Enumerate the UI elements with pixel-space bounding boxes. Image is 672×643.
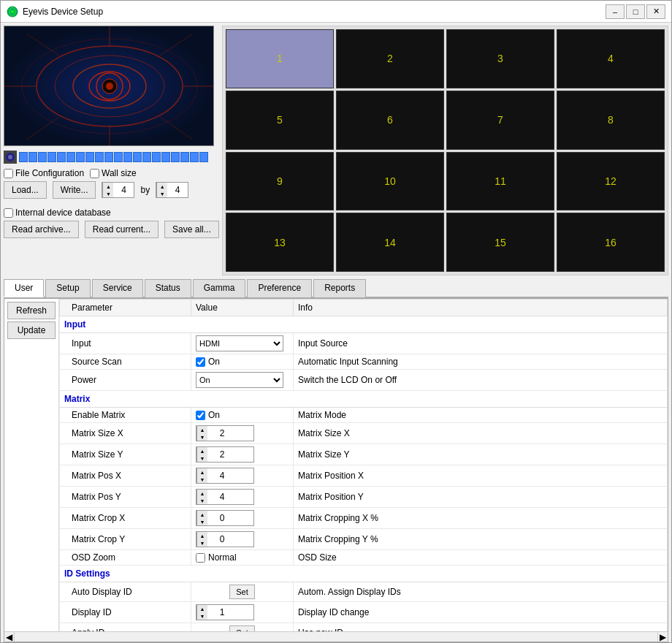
input-source-select[interactable]: HDMI VGA DVI DP <box>196 335 283 351</box>
tab-status[interactable]: Status <box>145 279 191 297</box>
grid-cell-10[interactable]: 10 <box>336 152 444 211</box>
osd-zoom-checkbox[interactable] <box>196 553 205 563</box>
rows-down-btn[interactable]: ▼ <box>157 190 167 197</box>
table-row: Matrix Crop X ▲ ▼ Matrix <box>60 508 668 529</box>
enable-matrix-checkbox[interactable] <box>196 411 205 420</box>
value-enable-matrix[interactable]: On <box>191 408 294 423</box>
rows-up-btn[interactable]: ▲ <box>157 183 167 190</box>
grid-cell-11[interactable]: 11 <box>446 152 554 211</box>
close-button[interactable]: ✕ <box>646 4 665 19</box>
value-display-id[interactable]: ▲ ▼ <box>191 602 294 623</box>
matrix-crop-x-input[interactable] <box>207 511 237 525</box>
tab-service[interactable]: Service <box>92 279 143 297</box>
apply-id-set-btn[interactable]: Set <box>229 625 255 631</box>
matrix-pos-y-input[interactable] <box>207 490 237 504</box>
matrix-pos-y-up[interactable]: ▲ <box>197 490 207 497</box>
value-source-scan[interactable]: On <box>191 354 294 370</box>
matrix-size-y-input[interactable] <box>207 447 237 462</box>
matrix-crop-y-up[interactable]: ▲ <box>197 532 207 539</box>
value-matrix-pos-y[interactable]: ▲ ▼ <box>191 487 294 508</box>
grid-cell-9[interactable]: 9 <box>226 152 334 211</box>
grid-cell-8[interactable]: 8 <box>557 91 665 150</box>
rows-spinner[interactable]: ▲ ▼ <box>156 182 188 198</box>
value-matrix-pos-x[interactable]: ▲ ▼ <box>191 465 294 487</box>
table-row: Input HDMI VGA DVI DP <box>60 333 668 354</box>
matrix-pos-y-down[interactable]: ▼ <box>197 497 207 504</box>
grid-cell-15[interactable]: 15 <box>446 213 554 272</box>
load-button[interactable]: Load... <box>4 181 47 199</box>
auto-display-id-set-btn[interactable]: Set <box>229 585 255 599</box>
write-button[interactable]: Write... <box>53 181 96 199</box>
maximize-button[interactable]: □ <box>626 4 645 19</box>
db-checkbox[interactable] <box>4 208 13 218</box>
file-config-checkbox-label[interactable]: File Configuration <box>4 168 84 178</box>
value-matrix-crop-y[interactable]: ▲ ▼ <box>191 529 294 550</box>
cols-up-btn[interactable]: ▲ <box>103 183 113 190</box>
matrix-size-y-down[interactable]: ▼ <box>197 454 207 462</box>
display-id-input[interactable] <box>207 605 237 620</box>
grid-cell-1[interactable]: 1 <box>226 29 334 88</box>
info-display-id: Display ID change <box>294 602 668 623</box>
value-input[interactable]: HDMI VGA DVI DP <box>191 333 294 354</box>
rows-input[interactable] <box>167 183 188 197</box>
h-scroll-left[interactable]: ◀ <box>4 632 15 642</box>
display-id-up[interactable]: ▲ <box>197 605 207 612</box>
save-all-button[interactable]: Save all... <box>164 221 219 238</box>
read-archive-button[interactable]: Read archive... <box>4 221 79 238</box>
value-apply-id[interactable]: Set <box>191 623 294 632</box>
matrix-crop-y-down[interactable]: ▼ <box>197 539 207 547</box>
matrix-size-y-up[interactable]: ▲ <box>197 447 207 454</box>
cols-input[interactable] <box>113 183 134 197</box>
value-osd-zoom[interactable]: Normal <box>191 550 294 566</box>
matrix-size-x-input[interactable] <box>207 426 237 441</box>
horizontal-scrollbar[interactable]: ◀ ▶ <box>4 631 668 642</box>
tab-reports[interactable]: Reports <box>313 279 366 297</box>
cols-down-btn[interactable]: ▼ <box>103 190 113 197</box>
grid-cell-12[interactable]: 12 <box>557 152 665 211</box>
matrix-crop-x-down[interactable]: ▼ <box>197 518 207 525</box>
grid-cell-3[interactable]: 3 <box>446 29 554 88</box>
grid-cell-6[interactable]: 6 <box>336 91 444 150</box>
table-area[interactable]: Parameter Value Info Input Input <box>59 299 668 631</box>
grid-cell-2[interactable]: 2 <box>336 29 444 88</box>
wall-size-checkbox[interactable] <box>90 169 99 178</box>
grid-cell-16[interactable]: 16 <box>557 213 665 272</box>
tab-setup[interactable]: Setup <box>45 279 90 297</box>
matrix-pos-x-up[interactable]: ▲ <box>197 468 207 476</box>
matrix-size-x-up[interactable]: ▲ <box>197 426 207 433</box>
progress-seg <box>152 152 161 162</box>
h-scroll-right[interactable]: ▶ <box>657 632 668 642</box>
source-scan-checkbox[interactable] <box>196 357 205 367</box>
matrix-crop-x-up[interactable]: ▲ <box>197 511 207 518</box>
tab-gamma[interactable]: Gamma <box>193 279 246 297</box>
tab-user[interactable]: User <box>4 279 44 297</box>
display-id-down[interactable]: ▼ <box>197 612 207 620</box>
tab-preference[interactable]: Preference <box>247 279 312 297</box>
tabs-row: User Setup Service Status Gamma Preferen… <box>4 278 668 298</box>
refresh-button[interactable]: Refresh <box>7 302 56 319</box>
matrix-crop-y-input[interactable] <box>207 532 237 547</box>
grid-cell-5[interactable]: 5 <box>226 91 334 150</box>
file-config-row: File Configuration Wall size <box>4 168 219 178</box>
read-current-button[interactable]: Read current... <box>85 221 159 238</box>
update-button[interactable]: Update <box>7 322 56 339</box>
db-checkbox-label[interactable]: Internal device database <box>4 208 111 218</box>
wall-size-checkbox-label[interactable]: Wall size <box>90 168 137 178</box>
grid-cell-14[interactable]: 14 <box>336 213 444 272</box>
matrix-size-x-down[interactable]: ▼ <box>197 433 207 441</box>
value-auto-display-id[interactable]: Set <box>191 582 294 602</box>
value-power[interactable]: On Off <box>191 370 294 391</box>
file-config-checkbox[interactable] <box>4 169 13 178</box>
main-content: Refresh Update Parameter Value Info <box>4 298 668 642</box>
minimize-button[interactable]: – <box>606 4 625 19</box>
value-matrix-size-x[interactable]: ▲ ▼ <box>191 423 294 444</box>
value-matrix-crop-x[interactable]: ▲ ▼ <box>191 508 294 529</box>
matrix-pos-x-down[interactable]: ▼ <box>197 476 207 483</box>
grid-cell-7[interactable]: 7 <box>446 91 554 150</box>
matrix-pos-x-input[interactable] <box>207 468 237 483</box>
value-matrix-size-y[interactable]: ▲ ▼ <box>191 444 294 465</box>
grid-cell-4[interactable]: 4 <box>557 29 665 88</box>
grid-cell-13[interactable]: 13 <box>226 213 334 272</box>
cols-spinner[interactable]: ▲ ▼ <box>102 182 134 198</box>
power-select[interactable]: On Off <box>196 372 283 388</box>
